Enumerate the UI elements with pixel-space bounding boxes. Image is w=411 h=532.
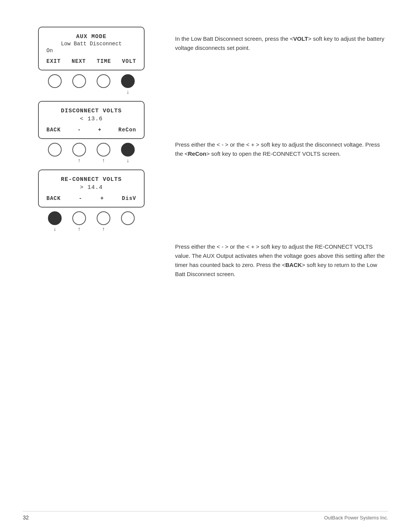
arrow-1-4: ↓ — [121, 89, 135, 95]
reconnect-volts-buttons: BACK - + DisV — [46, 195, 136, 201]
circle-2-1[interactable] — [48, 143, 62, 157]
aux-mode-status: On — [46, 48, 136, 54]
arrow-3-1: ↓ — [48, 226, 62, 232]
aux-mode-screen: AUX MODE Low Batt Disconnect On EXIT NEX… — [38, 27, 145, 70]
disv-btn[interactable]: DisV — [122, 195, 136, 201]
arrow-2-2: ↑ — [72, 157, 86, 163]
circle-2-4[interactable] — [121, 143, 135, 157]
volt-keyword: VOLT — [293, 35, 308, 42]
circle-1-4[interactable] — [121, 74, 135, 88]
circle-2-3[interactable] — [97, 143, 110, 157]
circle-3-2[interactable] — [72, 211, 86, 225]
circles-row-1 — [38, 74, 145, 88]
minus-btn-1[interactable]: - — [78, 127, 81, 133]
minus-btn-2[interactable]: - — [79, 195, 82, 201]
page-footer: 32 OutBack Power Systems Inc. — [23, 511, 388, 521]
circle-1-2[interactable] — [72, 74, 86, 88]
exit-btn[interactable]: EXIT — [46, 58, 61, 64]
arrow-3-2: ↑ — [72, 226, 86, 232]
plus-btn-1[interactable]: + — [98, 127, 101, 133]
aux-mode-title: AUX MODE — [46, 34, 136, 40]
aux-mode-buttons: EXIT NEXT TIME VOLT — [46, 58, 136, 64]
text-block-1: In the Low Batt Disconnect screen, press… — [175, 34, 388, 53]
page-number: 32 — [23, 514, 29, 521]
circle-2-2[interactable] — [72, 143, 86, 157]
disconnect-volts-screen: DISCONNECT VOLTS < 13.6 BACK - + ReCon — [38, 101, 145, 139]
arrow-3-3: ↑ — [97, 226, 110, 232]
reconnect-volts-value: > 14.4 — [46, 184, 136, 191]
circle-3-4[interactable] — [121, 211, 135, 225]
text-block-2: Press either the < - > or the < + > soft… — [175, 140, 388, 158]
reconnect-volts-title: RE-CONNECT VOLTS — [46, 176, 136, 183]
left-column: AUX MODE Low Batt Disconnect On EXIT NEX… — [23, 23, 160, 279]
time-btn[interactable]: TIME — [97, 58, 111, 64]
circle-1-3[interactable] — [97, 74, 110, 88]
company-name: OutBack Power Systems Inc. — [324, 515, 388, 521]
disconnect-volts-value: < 13.6 — [46, 116, 136, 122]
circle-3-1[interactable] — [48, 211, 62, 225]
circles-row-2 — [38, 143, 145, 157]
arrow-2-4: ↓ — [121, 157, 135, 163]
back-btn-2[interactable]: BACK — [46, 195, 61, 201]
circle-3-3[interactable] — [97, 211, 110, 225]
arrow-2-3: ↑ — [97, 157, 110, 163]
back-btn-1[interactable]: BACK — [46, 127, 61, 133]
aux-mode-subtitle: Low Batt Disconnect — [46, 41, 136, 47]
text-block-3: Press either the < - > or the < + > soft… — [175, 242, 388, 279]
back-keyword: BACK — [285, 262, 302, 268]
disconnect-volts-buttons: BACK - + ReCon — [46, 127, 136, 133]
circles-row-3 — [38, 211, 145, 225]
right-column: In the Low Batt Disconnect screen, press… — [175, 23, 388, 279]
circle-1-1[interactable] — [48, 74, 62, 88]
arrows-row-2: ↑ ↑ ↓ — [38, 157, 145, 163]
next-btn[interactable]: NEXT — [72, 58, 86, 64]
disconnect-volts-title: DISCONNECT VOLTS — [46, 108, 136, 114]
recon-keyword: ReCon — [188, 150, 206, 157]
volt-btn[interactable]: VOLT — [122, 58, 136, 64]
arrows-row-3: ↓ ↑ ↑ — [38, 226, 145, 232]
reconnect-volts-screen: RE-CONNECT VOLTS > 14.4 BACK - + DisV — [38, 169, 145, 208]
plus-btn-2[interactable]: + — [100, 195, 104, 201]
arrows-row-1: ↓ — [38, 89, 145, 95]
recon-btn[interactable]: ReCon — [118, 127, 136, 133]
